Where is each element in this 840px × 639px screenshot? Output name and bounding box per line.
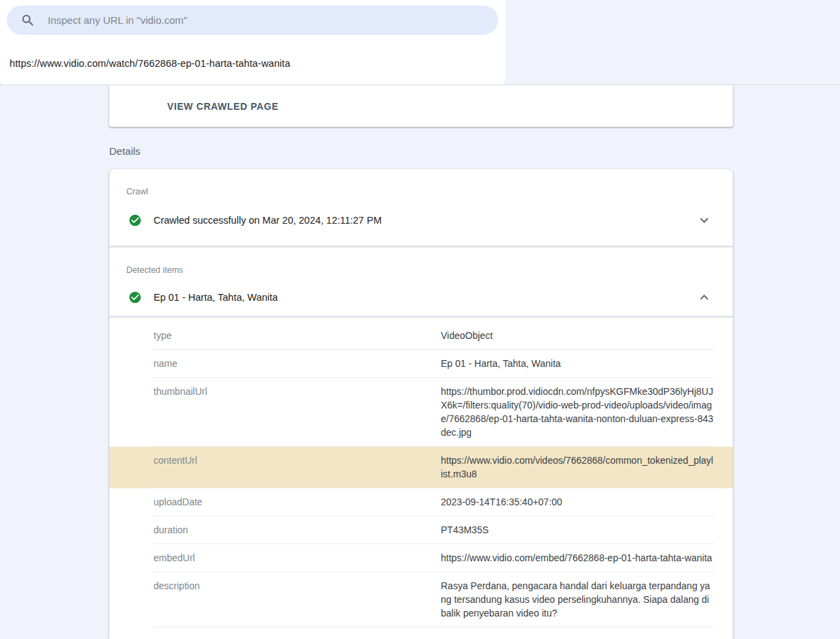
table-row: uploadDate 2023-09-14T16:35:40+07:00 [109,488,733,516]
url-inspection-header: https://www.vidio.com/watch/7662868-ep-0… [0,0,506,85]
property-key: duration [154,523,441,537]
table-row: type VideoObject [109,322,733,350]
property-key: type [154,329,441,342]
property-value: PT43M35S [441,523,714,537]
crawl-section: Crawl Crawled successfully on Mar 20, 20… [109,169,733,246]
crawl-section-label: Crawl [126,187,712,197]
property-value: https://www.vidio.com/videos/7662868/com… [441,454,714,481]
property-value: 2023-09-14T16:35:40+07:00 [441,495,714,509]
table-row: embedUrl https://www.vidio.com/embed/766… [109,544,733,572]
property-value: Ep 01 - Harta, Tahta, Wanita [441,357,714,370]
view-crawled-page-button[interactable]: VIEW CRAWLED PAGE [167,101,278,112]
property-value: VideoObject [441,329,714,342]
property-key: embedUrl [154,551,441,565]
details-heading: Details [109,145,141,157]
details-card: Crawl Crawled successfully on Mar 20, 20… [109,169,733,639]
property-value: https://www.vidio.com/embed/7662868-ep-0… [441,551,714,565]
table-row: thumbnailUrl https://thumbor.prod.vidioc… [109,378,733,447]
inspected-url: https://www.vidio.com/watch/7662868-ep-0… [10,58,290,69]
crawl-status-text: Crawled successfully on Mar 20, 2024, 12… [154,213,381,227]
property-key: uploadDate [154,495,441,509]
detected-items-section: Detected items Ep 01 - Harta, Tahta, Wan… [109,248,733,316]
success-check-icon [128,213,142,227]
property-key: description [154,579,441,620]
table-row: duration PT43M35S [109,516,733,544]
property-key: name [154,357,441,370]
structured-data-properties-table: type VideoObject name Ep 01 - Harta, Tah… [109,318,733,627]
property-value: Rasya Perdana, pengacara handal dari kel… [441,579,714,620]
property-key: thumbnailUrl [154,385,441,439]
success-check-icon [128,291,142,304]
property-value: https://thumbor.prod.vidiocdn.com/nfpysK… [441,385,714,439]
chevron-up-icon[interactable] [696,289,712,306]
table-row: name Ep 01 - Harta, Tahta, Wanita [109,350,733,378]
table-row: description Rasya Perdana, pengacara han… [109,572,733,627]
table-row-highlighted: contentUrl https://www.vidio.com/videos/… [109,447,733,488]
search-icon [20,13,35,28]
url-inspection-search-bar[interactable] [7,5,498,35]
crawl-status-row[interactable]: Crawled successfully on Mar 20, 2024, 12… [126,212,712,228]
header-divider [0,85,840,85]
detected-items-label: Detected items [126,265,712,276]
property-key: contentUrl [154,454,441,481]
detected-item-row[interactable]: Ep 01 - Harta, Tahta, Wanita [126,289,712,306]
search-input[interactable] [48,14,486,26]
chevron-down-icon[interactable] [696,212,712,228]
detected-item-title: Ep 01 - Harta, Tahta, Wanita [154,291,278,304]
crawled-page-card: VIEW CRAWLED PAGE [109,85,733,127]
